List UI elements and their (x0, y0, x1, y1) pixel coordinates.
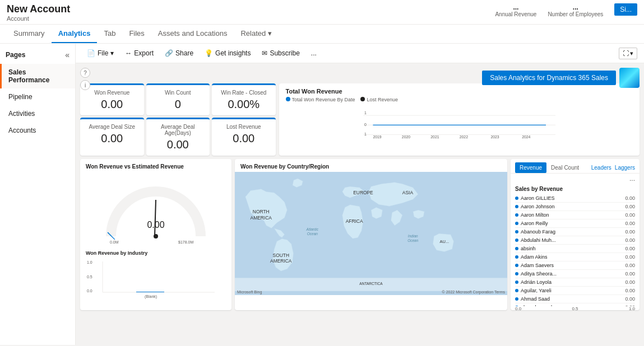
nav-tabs: Summary Analytics Tab Files Assets and L… (0, 25, 644, 44)
tab-related[interactable]: Related ▾ (234, 25, 279, 43)
kpi-win-rate: Win Rate - Closed 0.00% (212, 83, 276, 115)
svg-text:2024: 2024 (522, 135, 530, 139)
sales-dot (515, 205, 518, 208)
more-button[interactable]: ... (307, 47, 321, 59)
list-item: Aaron Johnson0.00 (515, 203, 635, 211)
svg-text:AMERICA: AMERICA (251, 215, 272, 221)
share-button[interactable]: 🔗 Share (160, 47, 198, 59)
svg-text:$178.0M: $178.0M (178, 240, 193, 244)
sidebar-item-accounts[interactable]: Accounts (0, 122, 75, 139)
sales-dot (515, 280, 518, 284)
svg-text:AFRICA: AFRICA (346, 218, 363, 224)
kpi-avg-deal-value: 0.00 (87, 132, 137, 145)
sales-card: Revenue Deal Count Leaders Laggers ... S… (511, 159, 640, 310)
employees-ellipsis: ... (548, 3, 603, 11)
employees-label: Number of Employees (548, 11, 603, 17)
tab-files[interactable]: Files (122, 25, 151, 43)
won-revenue-chart-title: Total Won Revenue (286, 88, 633, 95)
export-button[interactable]: ↔ Export (121, 47, 158, 59)
world-map-svg: NORTH AMERICA SOUTH AMERICA AFRICA EUROP… (235, 172, 507, 295)
sales-tab-deal-count[interactable]: Deal Count (546, 162, 583, 173)
subscribe-button[interactable]: ✉ Subscribe (257, 47, 304, 59)
list-item: Abdulahi Muh...0.00 (515, 236, 635, 245)
sales-tab-revenue[interactable]: Revenue (515, 162, 546, 173)
kpi-row-2: Average Deal Size 0.00 Average Deal Age(… (80, 118, 276, 156)
insights-button[interactable]: 💡 Get insights (200, 47, 255, 59)
kpi-lost-revenue: Lost Revenue 0.00 (212, 118, 276, 156)
bottom-row: Won Revenue vs Estimated Revenue 0.00 0.… (80, 159, 640, 310)
sidebar-item-activities[interactable]: Activities (0, 105, 75, 122)
svg-text:2023: 2023 (490, 135, 499, 139)
sales-ellipsis[interactable]: ... (511, 174, 640, 184)
svg-rect-24 (136, 292, 164, 292)
sidebar-collapse-icon[interactable]: « (65, 50, 70, 59)
branding: Sales Analytics for Dynamics 365 Sales (482, 68, 640, 88)
won-revenue-svg: 1 0 1 2019 2020 2021 2022 2023 2024 (286, 106, 633, 139)
kpi-avg-deal-size: Average Deal Size 0.00 (80, 118, 144, 156)
sidebar-item-sales-performance[interactable]: Sales Performance (0, 64, 75, 88)
file-icon: 📄 (87, 49, 95, 57)
sales-dot (515, 272, 518, 275)
export-icon: ↔ (125, 49, 132, 57)
gauge-chart-title: Won Revenue vs Estimated Revenue (86, 163, 226, 170)
sales-tab-right: Leaders Laggers (591, 165, 635, 171)
employees-field[interactable]: ... Number of Employees (548, 3, 603, 17)
info-icon-2[interactable]: i (80, 80, 90, 90)
svg-text:2020: 2020 (401, 135, 410, 139)
svg-text:SOUTH: SOUTH (273, 253, 289, 258)
list-item: absinh0.00 (515, 245, 635, 253)
laggers-link[interactable]: Laggers (615, 165, 635, 171)
top-bar-right: ... Annual Revenue ... Number of Employe… (495, 3, 637, 17)
kpi-won-revenue-value: 0.00 (87, 98, 137, 111)
annual-revenue-label: Annual Revenue (495, 11, 536, 17)
kpi-lost-revenue-value: 0.00 (219, 132, 269, 145)
expand-icon: ⛶ (623, 50, 629, 57)
file-button[interactable]: 📄 File ▾ (82, 47, 118, 59)
annual-revenue-field[interactable]: ... Annual Revenue (495, 3, 536, 17)
sales-section-title: Sales by Revenue (511, 184, 640, 194)
sidebar-pages-label: Pages (6, 51, 25, 59)
tab-tab[interactable]: Tab (97, 25, 122, 43)
info-icon-1[interactable]: ? (80, 68, 90, 78)
sales-dot (515, 264, 518, 267)
svg-text:0: 0 (364, 123, 367, 127)
kpi-win-count-value: 0 (153, 98, 203, 111)
svg-text:NORTH: NORTH (253, 209, 270, 214)
page-title: New Account (7, 3, 70, 15)
sales-dot (515, 197, 518, 200)
sales-dot (515, 239, 518, 242)
tab-analytics[interactable]: Analytics (52, 25, 98, 43)
sales-axis: 0.0 0.5 1.0 (511, 306, 640, 310)
svg-text:Indian: Indian (408, 234, 418, 238)
list-item: Aditya Sheora...0.00 (515, 270, 635, 278)
subscribe-icon: ✉ (262, 49, 267, 57)
svg-text:2021: 2021 (430, 135, 439, 139)
svg-line-13 (155, 200, 156, 236)
tab-assets[interactable]: Assets and Locations (151, 25, 234, 43)
kpi-avg-age-value: 0.00 (153, 138, 203, 151)
list-item: Adam Akins0.00 (515, 253, 635, 261)
bing-logo: Microsoft Bing (237, 290, 262, 294)
list-item: Aguilar, Yareli0.00 (515, 287, 635, 295)
svg-text:0.0: 0.0 (87, 289, 92, 293)
svg-text:(Blank): (Blank) (145, 294, 157, 299)
list-item: Aaron Reilly0.00 (515, 219, 635, 228)
annual-revenue-ellipsis: ... (495, 3, 536, 11)
sales-dot (515, 247, 518, 250)
tab-summary[interactable]: Summary (7, 25, 52, 43)
gauge-chart-card: Won Revenue vs Estimated Revenue 0.00 0.… (80, 159, 231, 310)
sidebar-item-pipeline[interactable]: Pipeline (0, 88, 75, 105)
svg-text:Ocean: Ocean (407, 239, 419, 242)
expand-button[interactable]: ⛶ ▾ (619, 48, 637, 59)
info-icons: ? i (80, 68, 90, 90)
svg-text:Ocean: Ocean (307, 232, 318, 236)
svg-text:ANTARCTICA: ANTARCTICA (359, 282, 383, 286)
axis-mid: 0.5 (572, 306, 578, 310)
kpi-cards: Won Revenue 0.00 Win Count 0 Win Rate - … (80, 83, 276, 156)
signin-button[interactable]: Si... (614, 3, 637, 16)
gauge-svg: 0.00 0.0M $178.0M $178.0M (100, 183, 212, 245)
leaders-link[interactable]: Leaders (591, 165, 611, 171)
svg-text:0.0M: 0.0M (110, 240, 119, 244)
dashboard: ? i Sales Analytics for Dynamics 365 Sal… (76, 63, 644, 345)
svg-text:ASIA: ASIA (402, 190, 414, 195)
